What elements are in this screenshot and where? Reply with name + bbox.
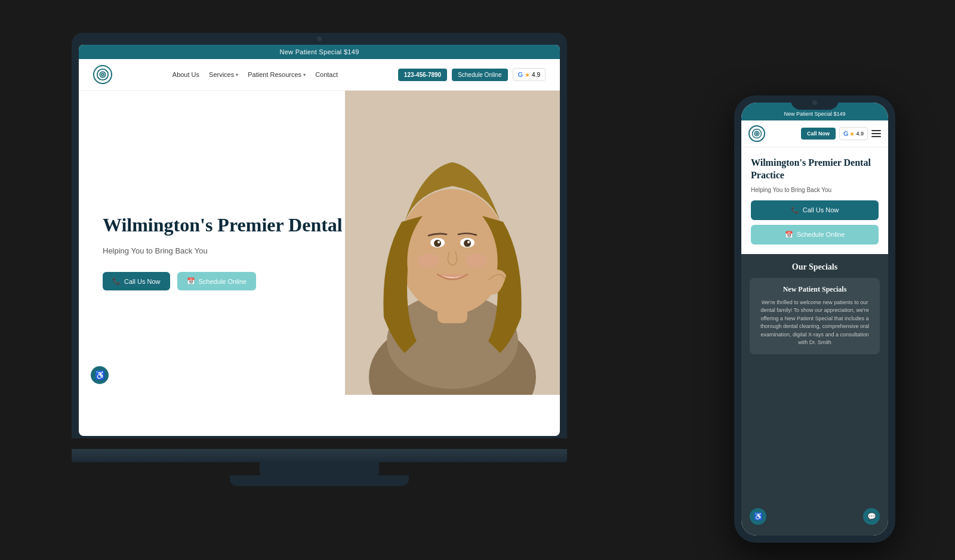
chevron-down-icon: ▾ bbox=[236, 72, 238, 78]
laptop-device: New Patient Special $149 About Us bbox=[72, 33, 567, 510]
phone-device: New Patient Special $149 Call Now G ★ bbox=[734, 95, 895, 543]
nav-link-about[interactable]: About Us bbox=[172, 71, 199, 78]
phone-specials-section: Our Specials New Patient Specials We're … bbox=[741, 254, 888, 536]
calendar-icon: 📅 bbox=[785, 231, 793, 239]
phone-specials-card-title: New Patient Specials bbox=[757, 285, 873, 294]
schedule-button[interactable]: Schedule Online bbox=[452, 69, 507, 81]
laptop-nav: About Us Services ▾ Patient Resources ▾ … bbox=[79, 59, 560, 91]
phone-nav: Call Now G ★ 4.9 bbox=[741, 120, 888, 147]
phone-camera bbox=[812, 100, 817, 105]
laptop-camera bbox=[317, 36, 322, 41]
laptop-base bbox=[72, 449, 567, 462]
phone-specials-title: Our Specials bbox=[750, 262, 880, 272]
svg-point-18 bbox=[756, 133, 758, 135]
hamburger-menu-button[interactable] bbox=[871, 130, 881, 137]
svg-point-16 bbox=[753, 129, 762, 138]
svg-point-14 bbox=[418, 253, 439, 268]
phone-icon: 📞 bbox=[112, 277, 121, 285]
star-icon: ★ bbox=[849, 131, 855, 137]
phone-nav-actions: Call Now G ★ 4.9 bbox=[801, 127, 881, 140]
laptop-topbar-text: New Patient Special $149 bbox=[279, 48, 359, 55]
phone-schedule-online-button[interactable]: 📅 Schedule Online bbox=[751, 225, 879, 245]
phone-google-rating: G ★ 4.9 bbox=[839, 127, 868, 140]
call-us-now-button[interactable]: 📞 Call Us Now bbox=[103, 272, 170, 290]
phone-icon: 📞 bbox=[791, 206, 799, 214]
phone-notch bbox=[791, 95, 839, 110]
phone-hero-title: Wilmington's Premier Dental Practice bbox=[751, 157, 879, 182]
phone-screen: New Patient Special $149 Call Now G ★ bbox=[741, 103, 888, 536]
hero-image bbox=[345, 91, 560, 395]
svg-point-13 bbox=[467, 241, 470, 243]
svg-point-0 bbox=[97, 69, 108, 80]
svg-point-2 bbox=[101, 73, 104, 76]
laptop-body: New Patient Special $149 About Us bbox=[72, 33, 567, 438]
svg-point-12 bbox=[438, 241, 440, 243]
laptop-topbar: New Patient Special $149 bbox=[79, 45, 560, 59]
accessibility-icon[interactable]: ♿ bbox=[91, 366, 109, 384]
phone-specials-card: New Patient Specials We're thrilled to w… bbox=[750, 278, 880, 354]
phone-google-rating-value: 4.9 bbox=[856, 131, 864, 137]
laptop-logo bbox=[93, 65, 112, 84]
nav-link-contact[interactable]: Contact bbox=[315, 71, 338, 78]
chevron-down-icon: ▾ bbox=[303, 72, 306, 78]
svg-point-17 bbox=[754, 131, 759, 136]
svg-point-10 bbox=[434, 240, 441, 247]
phone-call-now-button[interactable]: Call Now bbox=[801, 128, 836, 140]
nav-link-patient-resources[interactable]: Patient Resources ▾ bbox=[248, 71, 306, 78]
laptop-screen: New Patient Special $149 About Us bbox=[79, 45, 560, 436]
nav-link-services[interactable]: Services ▾ bbox=[209, 71, 238, 78]
laptop-nav-actions: 123-456-7890 Schedule Online G ★ 4.9 bbox=[398, 68, 546, 81]
phone-number-button[interactable]: 123-456-7890 bbox=[398, 69, 447, 81]
phone-chat-icon[interactable]: 💬 bbox=[863, 508, 880, 525]
calendar-icon: 📅 bbox=[187, 277, 195, 285]
phone-topbar-text: New Patient Special $149 bbox=[784, 111, 845, 117]
laptop-foot bbox=[230, 475, 409, 486]
phone-call-us-now-button[interactable]: 📞 Call Us Now bbox=[751, 200, 879, 220]
phone-specials-card-text: We're thrilled to welcome new patients t… bbox=[757, 299, 873, 347]
svg-point-11 bbox=[464, 240, 471, 247]
laptop-hero: Wilmington's Premier Dental Practice Hel… bbox=[79, 91, 560, 395]
google-rating-value: 4.9 bbox=[532, 72, 540, 78]
svg-point-7 bbox=[399, 189, 506, 314]
svg-point-15 bbox=[466, 253, 487, 268]
star-icon: ★ bbox=[525, 72, 530, 78]
laptop-nav-links: About Us Services ▾ Patient Resources ▾ … bbox=[124, 71, 386, 78]
svg-point-1 bbox=[100, 72, 105, 77]
phone-hero: Wilmington's Premier Dental Practice Hel… bbox=[741, 147, 888, 254]
phone-accessibility-icon[interactable]: ♿ bbox=[750, 508, 766, 525]
phone-hero-subtitle: Helping You to Bring Back You bbox=[751, 187, 879, 193]
scene: New Patient Special $149 About Us bbox=[0, 0, 955, 560]
google-g-icon: G bbox=[843, 130, 849, 137]
schedule-online-button[interactable]: 📅 Schedule Online bbox=[177, 272, 257, 290]
google-rating-badge: G ★ 4.9 bbox=[513, 68, 546, 81]
google-g-icon: G bbox=[518, 71, 523, 78]
phone-logo bbox=[748, 125, 765, 142]
